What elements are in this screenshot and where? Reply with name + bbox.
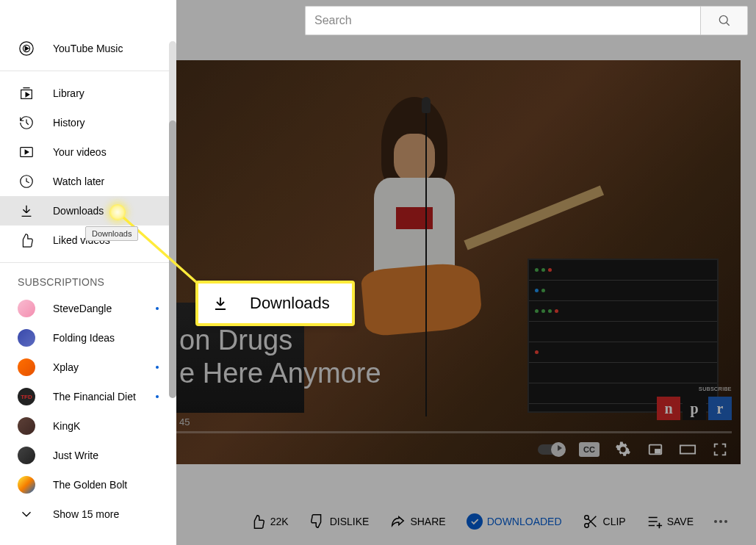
callout-line bbox=[0, 0, 756, 545]
download-icon bbox=[212, 295, 229, 312]
downloads-tooltip: Downloads bbox=[85, 226, 138, 241]
highlight-dot bbox=[109, 204, 126, 220]
callout-box: Downloads bbox=[195, 281, 355, 326]
